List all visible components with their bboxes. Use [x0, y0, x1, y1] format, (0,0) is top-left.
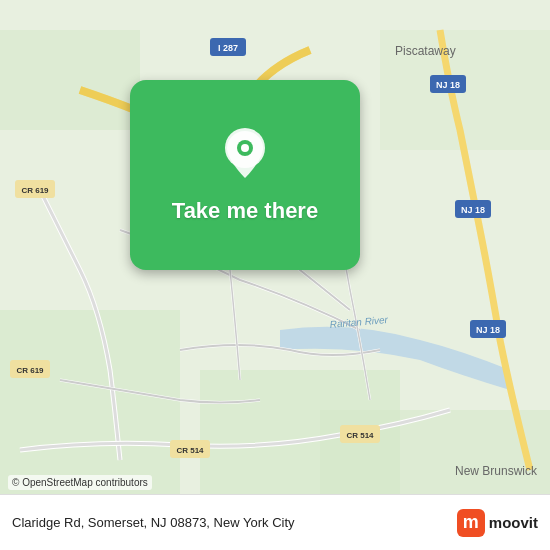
take-me-there-button[interactable]: Take me there: [130, 80, 360, 270]
svg-text:CR 514: CR 514: [346, 431, 374, 440]
svg-text:CR 619: CR 619: [16, 366, 44, 375]
address-label: Claridge Rd, Somerset, NJ 08873, New Yor…: [12, 515, 295, 530]
bottom-bar: Claridge Rd, Somerset, NJ 08873, New Yor…: [0, 494, 550, 550]
moovit-logo: m moovit: [457, 509, 538, 537]
take-me-there-label: Take me there: [172, 198, 318, 224]
svg-text:CR 514: CR 514: [176, 446, 204, 455]
moovit-logo-text: moovit: [489, 514, 538, 531]
svg-text:I 287: I 287: [218, 43, 238, 53]
moovit-logo-badge: m: [457, 509, 485, 537]
map-container: I 287 NJ 18 NJ 18 NJ 18 CR 619 CR 619 CR…: [0, 0, 550, 550]
svg-point-26: [241, 144, 249, 152]
osm-attribution: © OpenStreetMap contributors: [8, 475, 152, 490]
svg-text:New Brunswick: New Brunswick: [455, 464, 538, 478]
svg-rect-2: [0, 30, 140, 130]
svg-text:Piscataway: Piscataway: [395, 44, 456, 58]
svg-text:Raritan River: Raritan River: [329, 314, 389, 330]
svg-text:NJ 18: NJ 18: [476, 325, 500, 335]
svg-text:CR 619: CR 619: [21, 186, 49, 195]
svg-text:NJ 18: NJ 18: [461, 205, 485, 215]
location-pin-icon: [220, 126, 270, 186]
svg-text:NJ 18: NJ 18: [436, 80, 460, 90]
